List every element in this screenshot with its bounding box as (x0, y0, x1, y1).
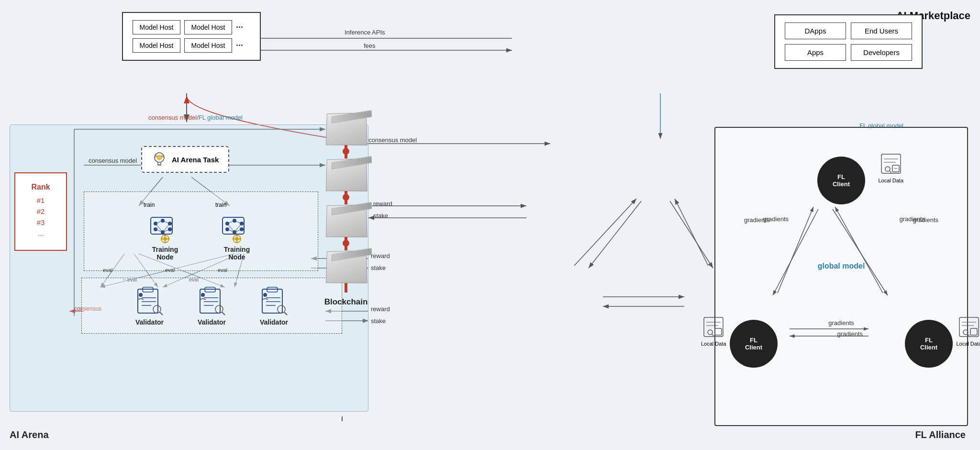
stake-label-2: stake (371, 264, 386, 271)
model-host-1: Model Host (133, 20, 180, 34)
svg-line-119 (968, 334, 969, 336)
svg-point-98 (263, 293, 267, 297)
fl-client-top-group: FL Client Local Data (817, 157, 865, 204)
fl-alliance-section: FL Client Local Data global model gr (714, 127, 968, 426)
gradients-label-fl-bottom: gradients (837, 330, 863, 338)
svg-line-100 (284, 312, 287, 315)
svg-point-91 (215, 305, 223, 313)
svg-line-113 (712, 334, 714, 336)
consensus-fl-label: consensus model/FL global model (148, 114, 243, 121)
validator-box: Validator Validator (81, 278, 342, 334)
stake-label-3: stake (371, 317, 386, 325)
inference-apis-label: Inference APIs (345, 29, 385, 36)
training-node-2: train (211, 202, 263, 261)
bc-connector-3 (345, 237, 347, 250)
diagram-container: AI Marketplace DApps End Users Apps Deve… (0, 0, 980, 450)
marketplace-endusers: End Users (851, 22, 912, 39)
svg-line-107 (890, 171, 891, 173)
rank-3: #3 (27, 218, 54, 226)
svg-point-37 (162, 155, 164, 157)
training-node-icon-1 (148, 210, 182, 244)
svg-point-82 (139, 293, 143, 297)
bc-connector-bottom (345, 283, 347, 292)
bc-connector-2 (345, 191, 347, 204)
svg-rect-101 (881, 154, 901, 173)
fl-client-bottom-left-group: Local Data FL Client (730, 320, 778, 368)
gradients-label-fl-right: gradients (900, 215, 925, 223)
blockchain-block-2 (325, 158, 367, 191)
eval-label-5: eval (218, 267, 227, 273)
svg-line-30 (675, 199, 708, 266)
svg-rect-76 (239, 238, 241, 240)
training-node-1-label: TrainingNode (139, 246, 191, 261)
svg-line-123 (833, 209, 888, 295)
validator-3-label: Validator (248, 318, 301, 326)
svg-point-83 (153, 305, 161, 313)
brain-gear-icon (152, 152, 167, 167)
reward-label-1: reward (373, 200, 392, 207)
validator-icon-3 (258, 285, 290, 316)
local-data-top-right: Local Data (878, 152, 903, 183)
reward-label-3: reward (371, 305, 390, 313)
local-data-icon-top (879, 152, 903, 176)
svg-point-112 (708, 330, 713, 335)
validator-1: Validator (123, 285, 176, 326)
local-data-bl-label: Local Data (701, 341, 726, 347)
fl-client-top: FL Client (817, 157, 865, 204)
training-node-1: train (139, 202, 191, 261)
fl-client-bottom-left: FL Client (730, 320, 778, 368)
svg-rect-56 (161, 238, 163, 240)
svg-line-29 (574, 199, 636, 266)
svg-rect-73 (236, 235, 238, 236)
svg-line-92 (222, 312, 225, 315)
validator-icon-1 (134, 285, 165, 316)
svg-rect-93 (262, 289, 282, 313)
local-data-bottom-left: Local Data (701, 315, 726, 347)
fees-label: fees (364, 42, 376, 49)
rank-2: #2 (27, 207, 54, 215)
svg-rect-74 (236, 241, 238, 243)
local-data-icon-bl (702, 315, 725, 339)
svg-rect-54 (164, 235, 166, 236)
consensus-model-left-label: consensus model (89, 157, 137, 164)
svg-rect-108 (704, 317, 723, 337)
consensus-model-right-label: consensus model (368, 136, 417, 144)
validator-1-label: Validator (123, 318, 176, 326)
svg-rect-114 (959, 317, 979, 337)
validator-3: Validator (248, 285, 301, 326)
marketplace-dapps: DApps (785, 22, 846, 39)
svg-rect-111 (715, 328, 722, 335)
blockchain-section: Blockchain (322, 112, 370, 307)
svg-line-84 (160, 312, 163, 315)
svg-point-53 (163, 237, 167, 241)
eval-label-3: eval (165, 267, 175, 273)
validator-icon-2 (196, 285, 227, 316)
svg-rect-117 (970, 328, 977, 335)
training-node-icon-2 (220, 210, 254, 244)
rank-box: Rank #1 #2 #3 ... (14, 172, 67, 251)
blockchain-label: Blockchain (324, 297, 368, 307)
svg-point-36 (155, 155, 157, 157)
train-label-2: train (215, 202, 263, 208)
svg-line-124 (835, 207, 883, 293)
marketplace-apps: Apps (785, 44, 846, 61)
blockchain-block-top (325, 112, 367, 146)
dots-1: ··· (236, 22, 250, 33)
model-host-box: Model Host Model Host ··· Model Host Mod… (122, 12, 261, 61)
svg-point-72 (235, 237, 239, 241)
local-data-top-right-label: Local Data (878, 178, 903, 183)
rank-title: Rank (27, 183, 54, 191)
svg-rect-85 (200, 289, 220, 313)
reward-label-2: reward (371, 252, 390, 259)
validator-2: Validator (186, 285, 238, 326)
blockchain-block-3 (325, 204, 367, 237)
model-host-3: Model Host (133, 38, 180, 53)
fl-client-bottom-right-group: FL Client Local Data (905, 320, 953, 368)
blockchain-block-4 (325, 250, 367, 283)
svg-rect-57 (167, 238, 169, 240)
model-host-2: Model Host (184, 20, 232, 34)
ai-arena-task-label: AI Arena Task (172, 156, 219, 164)
stake-label-1: stake (373, 212, 388, 219)
rank-more: ... (27, 229, 54, 237)
ai-arena-task-box: AI Arena Task (141, 146, 229, 173)
